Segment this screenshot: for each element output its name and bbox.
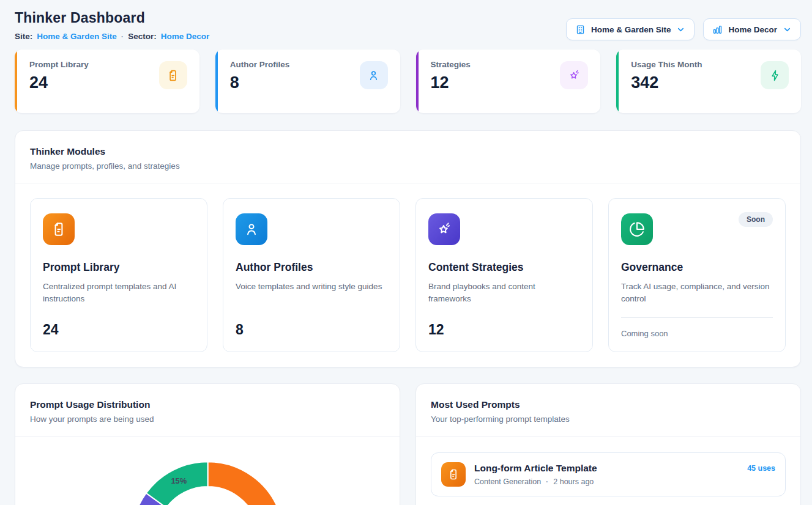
user-icon	[360, 61, 388, 89]
module-title: Author Profiles	[236, 261, 387, 274]
stat-text: Strategies 12	[431, 60, 471, 91]
star-icon	[560, 61, 588, 89]
sector-link[interactable]: Home Decor	[161, 32, 210, 41]
stat-label: Usage This Month	[631, 60, 702, 69]
user-icon	[236, 213, 267, 245]
modules-panel-subtitle: Manage prompts, profiles, and strategies	[30, 161, 786, 171]
module-count: 8	[236, 322, 387, 338]
prompt-item-category: Content Generation	[474, 477, 541, 486]
header-left: Thinker Dashboard Site: Home & Garden Si…	[15, 10, 209, 41]
stat-label: Strategies	[431, 60, 471, 69]
module-description: Centralized prompt templates and AI inst…	[43, 281, 195, 306]
sector-selector-label: Home Decor	[728, 25, 777, 34]
bar-chart-icon	[712, 24, 723, 35]
prompt-item-time: 2 hours ago	[553, 477, 594, 486]
module-description: Brand playbooks and content frameworks	[428, 281, 580, 306]
stat-accent-bar	[416, 50, 419, 113]
usage-distribution-panel: Prompt Usage Distribution How your promp…	[15, 383, 400, 505]
module-title: Prompt Library	[43, 261, 195, 274]
usage-panel-subtitle: How your prompts are being used	[30, 415, 385, 424]
stat-card-usage: Usage This Month 342	[616, 50, 801, 113]
module-card-governance[interactable]: Soon Governance Track AI usage, complian…	[608, 198, 786, 352]
prompt-list-item[interactable]: Long-form Article Template Content Gener…	[431, 452, 786, 496]
lightning-icon	[761, 61, 789, 89]
document-icon	[441, 462, 466, 487]
site-selector-dropdown[interactable]: Home & Garden Site	[566, 18, 695, 40]
stats-row: Prompt Library 24 Author Profiles 8	[15, 50, 801, 113]
site-link[interactable]: Home & Garden Site	[37, 32, 117, 41]
breadcrumb-separator: ·	[121, 32, 124, 41]
sector-selector-dropdown[interactable]: Home Decor	[703, 18, 801, 40]
document-icon	[43, 213, 75, 245]
stat-value: 342	[631, 75, 702, 91]
chevron-down-icon	[676, 25, 685, 34]
stat-value: 24	[29, 75, 89, 91]
module-title: Content Strategies	[428, 261, 580, 274]
star-icon	[428, 213, 460, 245]
donut-segment-label: 15%	[171, 476, 187, 485]
site-selector-label: Home & Garden Site	[591, 25, 671, 34]
stat-label: Prompt Library	[29, 60, 89, 69]
stat-card-author-profiles: Author Profiles 8	[215, 50, 400, 113]
page-header: Thinker Dashboard Site: Home & Garden Si…	[15, 10, 801, 41]
prompt-list: Long-form Article Template Content Gener…	[416, 437, 800, 505]
stat-value: 12	[431, 75, 471, 91]
thinker-modules-panel: Thinker Modules Manage prompts, profiles…	[15, 130, 801, 367]
most-used-prompts-panel: Most Used Prompts Your top-performing pr…	[415, 383, 801, 505]
stat-accent-bar	[215, 50, 218, 113]
prompts-panel-title: Most Used Prompts	[431, 399, 786, 410]
prompts-panel-header: Most Used Prompts Your top-performing pr…	[416, 384, 800, 436]
stat-value: 8	[230, 75, 290, 91]
module-grid: Prompt Library Centralized prompt templa…	[15, 183, 800, 367]
module-description: Track AI usage, compliance, and version …	[621, 281, 773, 306]
prompt-item-text: Long-form Article Template Content Gener…	[474, 463, 739, 486]
sector-label: Sector:	[128, 32, 157, 41]
usage-donut[interactable]: 40%30%15%15%	[15, 437, 400, 505]
building-icon	[575, 24, 586, 35]
coming-soon-note: Coming soon	[621, 317, 773, 338]
module-card-prompt-library[interactable]: Prompt Library Centralized prompt templa…	[30, 198, 207, 352]
breadcrumb: Site: Home & Garden Site · Sector: Home …	[15, 32, 209, 41]
prompts-panel-subtitle: Your top-performing prompt templates	[431, 415, 786, 424]
module-count: 24	[43, 322, 195, 338]
meta-separator: ·	[546, 477, 548, 486]
pie-chart-icon	[621, 213, 653, 245]
document-icon	[159, 61, 187, 89]
stat-text: Prompt Library 24	[29, 60, 89, 91]
stat-card-prompt-library: Prompt Library 24	[15, 50, 199, 113]
usage-panel-title: Prompt Usage Distribution	[30, 399, 385, 410]
bottom-row: Prompt Usage Distribution How your promp…	[15, 383, 801, 505]
soon-badge: Soon	[739, 212, 773, 227]
prompt-item-meta: Content Generation · 2 hours ago	[474, 477, 739, 486]
stat-card-strategies: Strategies 12	[416, 50, 601, 113]
site-label: Site:	[15, 32, 32, 41]
donut-segment-segment-orange[interactable]	[207, 462, 283, 505]
stat-accent-bar	[616, 50, 619, 113]
stat-text: Usage This Month 342	[631, 60, 702, 91]
modules-panel-header: Thinker Modules Manage prompts, profiles…	[15, 131, 800, 183]
module-description: Voice templates and writing style guides	[236, 281, 387, 293]
module-card-content-strategies[interactable]: Content Strategies Brand playbooks and c…	[415, 198, 593, 352]
prompt-item-uses-badge: 45 uses	[747, 464, 775, 473]
module-title: Governance	[621, 261, 773, 274]
modules-panel-title: Thinker Modules	[30, 146, 786, 157]
header-controls: Home & Garden Site Home Decor	[566, 18, 801, 40]
page-title: Thinker Dashboard	[15, 10, 209, 26]
stat-text: Author Profiles 8	[230, 60, 290, 91]
chevron-down-icon	[783, 25, 792, 34]
module-card-author-profiles[interactable]: Author Profiles Voice templates and writ…	[223, 198, 400, 352]
dashboard-page: Thinker Dashboard Site: Home & Garden Si…	[0, 0, 812, 505]
stat-accent-bar	[15, 50, 17, 113]
prompt-item-title: Long-form Article Template	[474, 463, 739, 474]
stat-label: Author Profiles	[230, 60, 290, 69]
usage-donut-chart[interactable]: 40%30%15%15%	[15, 437, 400, 505]
module-count: 12	[428, 322, 580, 338]
usage-panel-header: Prompt Usage Distribution How your promp…	[15, 384, 400, 436]
